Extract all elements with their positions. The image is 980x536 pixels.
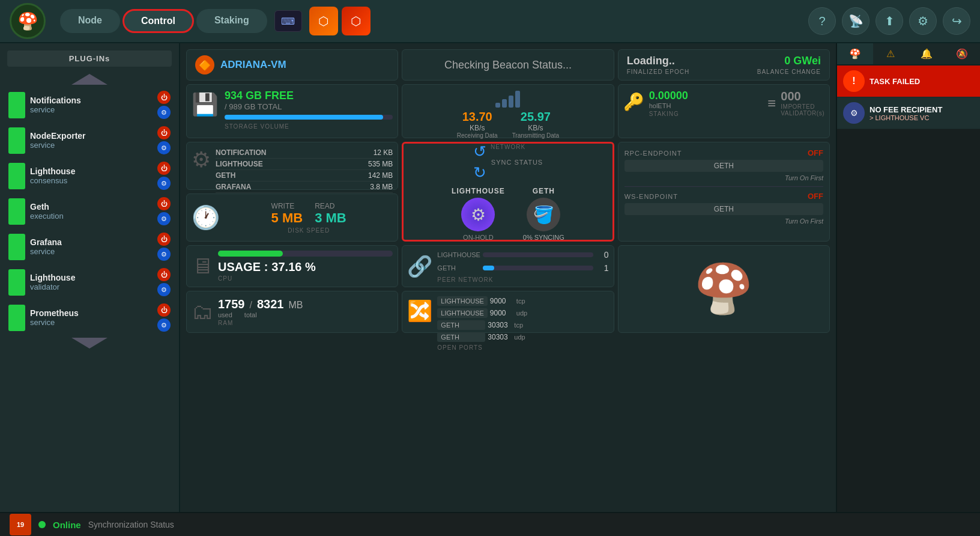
storage-bar-fill xyxy=(225,115,383,120)
panel-tab-alert[interactable]: 🔔 xyxy=(909,43,945,64)
panel-tab-warning[interactable]: ⚠ xyxy=(873,43,909,64)
online-status-text: Online xyxy=(53,520,81,530)
ws-service-name: GETH xyxy=(625,203,823,215)
nodeexporter-plugin-sub: service xyxy=(30,141,153,150)
bottom-status-bar: 19 Online Synchronization Status xyxy=(0,512,980,536)
sidebar-scroll-down[interactable] xyxy=(7,338,172,349)
lighthouse-peer-bar-bg xyxy=(483,252,593,257)
sidebar-item-prometheus: Prometheus service ⏻ ⚙ xyxy=(7,301,172,334)
grafana-plugin-sub: service xyxy=(30,247,153,256)
task-failed-icon: ! xyxy=(843,70,865,92)
no-fee-title: NO FEE RECIPIENT xyxy=(870,105,974,114)
storage-free-value: 934 GB FREE xyxy=(225,90,393,102)
panel-tab-bell[interactable]: 🔕 xyxy=(945,43,981,64)
lighthouse-consensus-plugin-name: Lighthouse xyxy=(30,166,153,176)
cpu-bar-fill xyxy=(218,251,283,257)
lighthouse-validator-power-btn[interactable]: ⏻ xyxy=(157,268,171,281)
terminal-icon: ⌨ xyxy=(281,16,295,27)
lighthouse-consensus-gear-btn[interactable]: ⚙ xyxy=(157,177,171,190)
open-ports-label: OPEN PORTS xyxy=(437,344,608,351)
nodeexporter-power-btn[interactable]: ⏻ xyxy=(157,126,171,139)
grafana-power-btn[interactable]: ⏻ xyxy=(157,233,171,246)
storage-volume-icon: 💾 xyxy=(192,92,219,117)
grafana-icon-btn[interactable]: ⬡ xyxy=(309,7,338,35)
notifications-gear-btn[interactable]: ⚙ xyxy=(157,106,171,119)
tab-node[interactable]: Node xyxy=(60,9,120,33)
no-fee-recipient-alert[interactable]: ⚙ NO FEE RECIPIENT > LIGHTHOUSE VC xyxy=(837,97,980,129)
sidebar-scroll-up[interactable] xyxy=(7,74,172,85)
tab-staking[interactable]: Staking xyxy=(196,9,267,33)
ram-icon: 🗂 xyxy=(192,299,213,324)
prometheus-power-btn[interactable]: ⏻ xyxy=(157,303,171,317)
upload-button[interactable]: ⬆ xyxy=(876,7,903,35)
receive-speed-value: 13.70 xyxy=(457,110,498,124)
grafana-gear-btn[interactable]: ⚙ xyxy=(157,248,171,261)
rpc-divider xyxy=(625,186,823,187)
lighthouse-peer-count: 0 xyxy=(597,250,609,260)
lighthouse-validator-gear-btn[interactable]: ⚙ xyxy=(157,283,171,296)
geth-peer-count: 1 xyxy=(597,263,609,273)
notification-badge[interactable]: 19 xyxy=(10,514,31,535)
cpu-usage-value: 37.16 % xyxy=(271,260,315,274)
receive-speed-unit: KB/s xyxy=(457,124,498,132)
settings-button[interactable]: ⚙ xyxy=(909,7,937,35)
transmit-speed-value: 25.97 xyxy=(512,110,560,124)
panel-tab-mushroom[interactable]: 🍄 xyxy=(837,43,873,64)
storage-volume-card: 💾 934 GB FREE / 989 GB TOTAL STORAGE VOL… xyxy=(186,84,398,138)
mushroom-graphic-icon: 🍄 xyxy=(694,261,754,317)
prometheus-gear-btn[interactable]: ⚙ xyxy=(157,318,171,332)
storage-detail-lighthouse: LIGHTHOUSE 535 MB xyxy=(216,159,393,170)
notifications-power-btn[interactable]: ⏻ xyxy=(157,91,171,104)
cpu-icon: 🖥 xyxy=(192,254,213,279)
cpu-card: 🖥 USAGE : 37.16 % CPU xyxy=(186,245,398,287)
rpc-status: OFF xyxy=(808,148,823,157)
tab-control[interactable]: Control xyxy=(122,9,194,33)
nodeexporter-gear-btn[interactable]: ⚙ xyxy=(157,141,171,154)
cpu-usage-label: USAGE : xyxy=(218,260,268,274)
sidebar-item-nodeexporter: NodeExporter service ⏻ ⚙ xyxy=(7,124,172,157)
storage-detail-icon: ⚙ xyxy=(192,147,211,172)
app-logo[interactable]: 🍄 xyxy=(10,3,46,39)
staking-value: 0.00000 xyxy=(649,90,763,102)
lighthouse-consensus-power-btn[interactable]: ⏻ xyxy=(157,162,171,175)
disk-speed-label: DISK SPEED xyxy=(225,227,393,234)
geth-peer-bar-fill xyxy=(483,266,494,270)
ram-total-label: total xyxy=(244,311,257,318)
network-label: NETWORK xyxy=(491,144,525,150)
mushroom-logo-icon: 🍄 xyxy=(17,11,38,31)
prometheus-plugin-sub: service xyxy=(30,318,153,327)
write-value: 5 MB xyxy=(271,210,303,226)
prometheus-plugin-name: Prometheus xyxy=(30,308,153,318)
validator-count: 000 xyxy=(781,90,824,103)
panel-mushroom-icon: 🍄 xyxy=(849,48,861,59)
staking-card: 🔑 0.00000 holETH STAKING ≡ 000 IMPORTED … xyxy=(618,84,830,138)
lighthouse-sync-status: ON-HOLD xyxy=(452,234,505,241)
content-area: 🔶 ADRIANA-VM Checking Beacon Status... L… xyxy=(180,43,836,512)
geth-gear-btn[interactable]: ⚙ xyxy=(157,212,171,225)
lighthouse-validator-plugin-name: Lighthouse xyxy=(30,273,153,282)
geth-power-btn[interactable]: ⏻ xyxy=(157,197,171,210)
notifications-plugin-name: Notifications xyxy=(30,96,153,105)
notifications-button[interactable]: 📡 xyxy=(842,7,870,35)
ram-card: 🗂 1759 / 8321 MB used total RAM xyxy=(186,291,398,333)
ubuntu-icon: 🔶 xyxy=(195,55,214,75)
storage-details-card: ⚙ NOTIFICATION 12 KB LIGHTHOUSE 535 MB G… xyxy=(186,142,398,190)
gwei-value: 0 GWei xyxy=(784,55,821,67)
terminal-button[interactable]: ⌨ xyxy=(274,10,302,32)
geth-status-indicator xyxy=(8,198,25,225)
peer-network-card: 🔗 LIGHTHOUSE 0 GETH 1 PEER NETWORK xyxy=(402,245,614,287)
storage-volume-label: STORAGE VOLUME xyxy=(225,123,393,130)
ws-note: Turn On First xyxy=(625,218,823,225)
open-ports-card: 🔀 LIGHTHOUSE 9000 tcp LIGHTHOUSE 9000 ud… xyxy=(402,291,614,333)
cpu-bar-background xyxy=(218,251,393,257)
help-button[interactable]: ? xyxy=(808,7,836,35)
sidebar-item-lighthouse-validator: Lighthouse validator ⏻ ⚙ xyxy=(7,266,172,299)
ws-status: OFF xyxy=(808,192,823,201)
sync-nodes: LIGHTHOUSE ⚙ ON-HOLD GETH 🪣 0% SYNCING xyxy=(452,187,564,241)
hamburger-icon: ≡ xyxy=(767,95,776,112)
task-failed-alert[interactable]: ! TASK FAILED xyxy=(837,65,980,97)
prysm-icon-btn[interactable]: ⬡ xyxy=(342,7,371,35)
exit-button[interactable]: ↪ xyxy=(943,7,970,35)
loading-card: Loading.. FINALIZED EPOCH 0 GWei BALANCE… xyxy=(618,49,830,81)
sync-status-card: ↻ ↻ SYNC STATUS LIGHTHOUSE ⚙ ON-HOLD GET… xyxy=(402,142,614,242)
